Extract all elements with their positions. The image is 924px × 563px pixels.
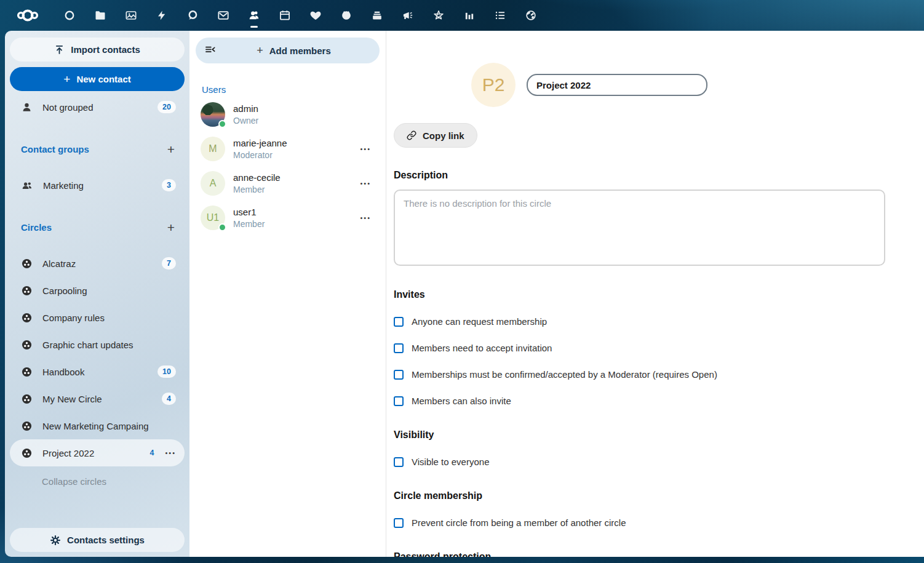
online-status-dot xyxy=(218,120,226,128)
member-role: Member xyxy=(233,218,352,230)
collapse-panel-icon[interactable] xyxy=(204,44,217,57)
option-row[interactable]: Prevent circle from being a member of an… xyxy=(394,517,885,528)
github-icon[interactable] xyxy=(331,0,362,31)
count-badge: 20 xyxy=(157,101,176,113)
checkbox[interactable] xyxy=(394,317,404,327)
sidebar-circle-item[interactable]: My New Circle 4 xyxy=(10,385,185,412)
member-name: anne-cecile xyxy=(233,172,352,184)
external-sites-globe-icon[interactable] xyxy=(516,0,546,31)
dashboard-icon[interactable] xyxy=(54,0,85,31)
member-row-user1[interactable]: U1 user1 Member ••• xyxy=(196,201,380,235)
photos-icon[interactable] xyxy=(116,0,146,31)
circle-icon xyxy=(21,420,33,432)
sidebar-item-marketing[interactable]: Marketing 3 xyxy=(10,172,185,199)
calendar-icon[interactable] xyxy=(269,0,300,31)
add-circle-button[interactable]: + xyxy=(164,220,178,235)
member-row-marie-jeanne[interactable]: M marie-jeanne Moderator ••• xyxy=(196,132,380,166)
member-actions-menu[interactable]: ••• xyxy=(360,145,371,153)
person-icon xyxy=(21,102,33,113)
circle-icon xyxy=(21,285,33,297)
people-icon xyxy=(21,180,33,191)
contacts-settings-button[interactable]: Contacts settings xyxy=(10,528,185,552)
sidebar-circle-item[interactable]: New Marketing Campaing xyxy=(10,412,185,439)
option-row[interactable]: Members can also invite xyxy=(394,396,885,406)
copy-link-label: Copy link xyxy=(423,130,464,141)
member-name: admin xyxy=(233,103,371,115)
link-icon xyxy=(407,130,416,140)
avatar: M xyxy=(201,137,225,161)
plus-icon: + xyxy=(257,44,263,57)
files-icon[interactable] xyxy=(85,0,116,31)
password-protection-header: Password protection xyxy=(394,551,885,557)
member-actions-menu[interactable]: ••• xyxy=(360,180,371,187)
circle-details-panel: P2 Copy link Description Invites Anyone … xyxy=(386,31,924,557)
count-badge: 3 xyxy=(162,179,176,191)
option-label: Memberships must be confirmed/accepted b… xyxy=(412,369,717,380)
copy-link-button[interactable]: Copy link xyxy=(394,123,477,148)
collapse-circles-link[interactable]: Collapse circles xyxy=(42,476,185,487)
description-header: Description xyxy=(394,170,885,181)
circle-icon xyxy=(21,447,33,459)
new-contact-button[interactable]: + New contact xyxy=(10,67,185,91)
count-badge: 10 xyxy=(157,365,176,378)
activity-icon[interactable] xyxy=(146,0,177,31)
import-contacts-button[interactable]: Import contacts xyxy=(10,38,185,62)
contacts-icon[interactable] xyxy=(239,0,269,31)
add-members-button[interactable]: + Add members xyxy=(196,38,380,63)
circle-icon xyxy=(21,258,33,270)
member-row-anne-cecile[interactable]: A anne-cecile Member ••• xyxy=(196,166,380,201)
option-row[interactable]: Members need to accept invitation xyxy=(394,343,885,353)
description-textarea[interactable] xyxy=(394,190,885,266)
circles-title: Circles xyxy=(21,222,164,233)
sidebar-circle-item[interactable]: Alcatraz 7 xyxy=(10,250,185,277)
avatar xyxy=(201,102,225,127)
add-members-label: Add members xyxy=(269,46,331,56)
sidebar-circle-item-selected[interactable]: Project 2022 4 ••• xyxy=(10,439,185,466)
checkbox[interactable] xyxy=(394,396,404,406)
collectives-icon[interactable] xyxy=(423,0,454,31)
member-row-admin[interactable]: admin Owner xyxy=(196,97,380,132)
tasks-list-icon[interactable] xyxy=(485,0,516,31)
add-group-button[interactable]: + xyxy=(164,142,178,157)
checkbox[interactable] xyxy=(394,457,404,467)
checkbox[interactable] xyxy=(394,370,404,380)
health-heart-icon[interactable] xyxy=(300,0,331,31)
sidebar-item-not-grouped[interactable]: Not grouped 20 xyxy=(10,94,185,121)
circle-icon xyxy=(21,339,33,351)
option-label: Anyone can request membership xyxy=(412,316,547,327)
avatar-initials: M xyxy=(209,143,217,154)
count-badge: 4 xyxy=(162,393,176,405)
sidebar-circle-item[interactable]: Handbook 10 xyxy=(10,358,185,385)
option-label: Members can also invite xyxy=(412,396,511,406)
option-row[interactable]: Anyone can request membership xyxy=(394,316,885,327)
contacts-settings-label: Contacts settings xyxy=(67,535,145,545)
member-actions-menu[interactable]: ••• xyxy=(360,214,371,222)
sidebar: Import contacts + New contact Not groupe… xyxy=(5,31,189,557)
circle-label: New Marketing Campaing xyxy=(42,421,176,431)
online-status-dot xyxy=(218,223,226,231)
sidebar-circle-item[interactable]: Company rules xyxy=(10,304,185,331)
member-name: user1 xyxy=(233,206,352,218)
contact-groups-title: Contact groups xyxy=(21,144,164,154)
circle-icon xyxy=(21,393,33,405)
announcements-icon[interactable] xyxy=(392,0,423,31)
avatar-initials: U1 xyxy=(207,212,219,223)
sidebar-circle-item[interactable]: Graphic chart updates xyxy=(10,331,185,358)
new-contact-label: New contact xyxy=(76,74,130,84)
member-name: marie-jeanne xyxy=(233,137,352,150)
analytics-icon[interactable] xyxy=(454,0,485,31)
visibility-header: Visibility xyxy=(394,429,885,441)
app-content: Import contacts + New contact Not groupe… xyxy=(5,31,924,557)
deck-icon[interactable] xyxy=(362,0,392,31)
circle-name-input[interactable] xyxy=(527,74,707,96)
option-row[interactable]: Memberships must be confirmed/accepted b… xyxy=(394,369,885,380)
checkbox[interactable] xyxy=(394,518,404,528)
nextcloud-logo-icon[interactable] xyxy=(11,8,44,23)
talk-icon[interactable] xyxy=(177,0,208,31)
mail-icon[interactable] xyxy=(208,0,239,31)
members-panel: + Add members Users admin Owner M marie-… xyxy=(189,31,386,557)
option-row[interactable]: Visible to everyone xyxy=(394,457,885,467)
sidebar-circle-item[interactable]: Carpooling xyxy=(10,277,185,304)
checkbox[interactable] xyxy=(394,343,404,353)
circle-actions-menu[interactable]: ••• xyxy=(165,449,176,457)
